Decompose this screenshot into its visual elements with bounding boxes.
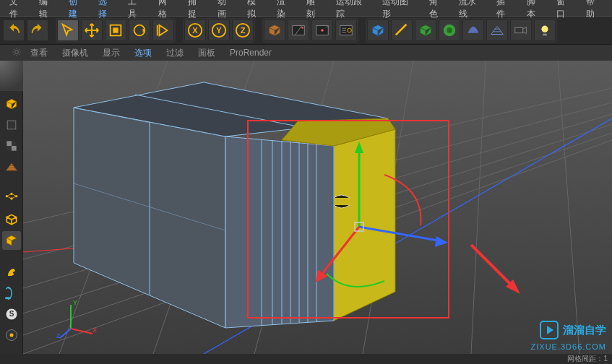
- svg-point-16: [447, 27, 452, 32]
- menu-motiontrack[interactable]: 运动跟踪: [329, 0, 376, 20]
- svg-text:S: S: [9, 310, 14, 318]
- coord-system-button[interactable]: [264, 20, 285, 41]
- menu-animate[interactable]: 动画: [211, 0, 241, 20]
- menu-sculpt[interactable]: 雕刻: [300, 0, 329, 20]
- generator-button[interactable]: [415, 20, 436, 41]
- deformer-button[interactable]: [439, 20, 460, 41]
- live-select-button[interactable]: [57, 20, 79, 41]
- svg-rect-23: [12, 146, 17, 151]
- last-tool-button[interactable]: [152, 20, 174, 41]
- menu-character[interactable]: 角色: [423, 0, 452, 20]
- svg-point-10: [301, 27, 303, 29]
- watermark-url: ZIXUE.3D66.COM: [531, 342, 606, 351]
- svg-line-71: [471, 245, 514, 288]
- undo-button[interactable]: [3, 20, 25, 41]
- svg-rect-20: [7, 121, 16, 129]
- menu-create[interactable]: 创建: [62, 0, 92, 20]
- menu-help[interactable]: 帮助: [579, 0, 609, 20]
- menu-plugins[interactable]: 插件: [490, 0, 520, 20]
- floor-button[interactable]: [486, 20, 508, 41]
- menu-simulate[interactable]: 模拟: [241, 0, 270, 20]
- menu-script[interactable]: 脚本: [520, 0, 550, 20]
- spline-pen-button[interactable]: [391, 20, 413, 41]
- status-bar: 网格间距：1: [0, 354, 612, 364]
- texture-mode-button[interactable]: [2, 136, 21, 155]
- mode-palette: S: [0, 61, 23, 354]
- tweak-mode-button[interactable]: [2, 263, 21, 282]
- svg-line-74: [71, 329, 92, 334]
- svg-text:X: X: [92, 326, 97, 334]
- rotate-tool-button[interactable]: [129, 20, 150, 41]
- render-settings-button[interactable]: [335, 20, 357, 41]
- svg-point-26: [10, 193, 12, 195]
- menu-window[interactable]: 窗口: [550, 0, 579, 20]
- svg-point-24: [5, 195, 7, 197]
- svg-point-28: [4, 297, 10, 299]
- svg-point-27: [10, 197, 12, 199]
- svg-point-19: [15, 50, 19, 53]
- menu-file[interactable]: 文件: [3, 0, 33, 20]
- svg-point-25: [15, 195, 17, 197]
- make-editable-button[interactable]: [2, 95, 21, 113]
- menu-edit[interactable]: 编辑: [33, 0, 62, 20]
- vp-cameras[interactable]: 摄像机: [55, 47, 95, 59]
- enable-axis-button[interactable]: [2, 284, 21, 303]
- watermark-brand: 溜溜自学: [563, 324, 606, 337]
- workplane-snap-button[interactable]: [2, 326, 21, 344]
- workplane-mode-button[interactable]: [2, 157, 21, 176]
- move-tool-button[interactable]: [81, 20, 103, 41]
- axis-y-button[interactable]: Y: [208, 20, 230, 41]
- svg-text:Y: Y: [216, 26, 222, 35]
- svg-point-12: [321, 29, 324, 32]
- menu-render[interactable]: 渲染: [270, 0, 300, 20]
- render-view-button[interactable]: [288, 20, 309, 41]
- status-grid-spacing: 网格间距：1: [567, 354, 608, 364]
- model-mode-button[interactable]: [2, 116, 21, 134]
- menu-bar: 文件 编辑 创建 选择 工具 网格 捕捉 动画 模拟 渲染 雕刻 运动跟踪 运动…: [0, 0, 612, 16]
- environment-button[interactable]: [462, 20, 484, 41]
- menu-snap[interactable]: 捕捉: [181, 0, 211, 20]
- menu-select[interactable]: 选择: [92, 0, 121, 20]
- vp-panel[interactable]: 面板: [191, 47, 223, 59]
- perspective-viewport[interactable]: 透视视图: [23, 61, 612, 354]
- vp-prorender[interactable]: ProRender: [223, 48, 279, 58]
- menu-mograph[interactable]: 运动图形: [376, 0, 422, 20]
- edges-mode-button[interactable]: [2, 210, 21, 229]
- svg-point-32: [9, 334, 13, 337]
- vp-filter[interactable]: 过滤: [159, 47, 191, 59]
- axis-x-button[interactable]: X: [184, 20, 206, 41]
- svg-text:X: X: [192, 26, 198, 35]
- points-mode-button[interactable]: [2, 189, 21, 208]
- svg-text:Z: Z: [241, 26, 246, 35]
- snap-enable-button[interactable]: S: [2, 305, 21, 324]
- svg-line-75: [60, 329, 71, 338]
- svg-text:Z: Z: [56, 332, 61, 339]
- light-button[interactable]: [534, 20, 556, 41]
- vp-view[interactable]: 查看: [23, 47, 55, 59]
- vp-options[interactable]: 选项: [127, 47, 159, 59]
- viewport-options-icon[interactable]: [4, 47, 19, 59]
- render-picture-button[interactable]: [311, 20, 333, 41]
- primitive-cube-button[interactable]: [367, 20, 389, 41]
- svg-rect-1: [113, 27, 118, 32]
- vp-display[interactable]: 显示: [95, 47, 127, 59]
- svg-text:Y: Y: [73, 299, 77, 306]
- polygons-mode-button[interactable]: [2, 231, 21, 250]
- main-area: S 透视视图: [0, 61, 612, 354]
- axis-z-button[interactable]: Z: [232, 20, 254, 41]
- svg-point-18: [541, 26, 548, 32]
- watermark-play-icon: [540, 321, 559, 339]
- scale-tool-button[interactable]: [105, 20, 126, 41]
- svg-rect-22: [7, 141, 12, 146]
- main-toolbar: X Y Z: [0, 16, 612, 45]
- viewport-menu-bar: 查看 摄像机 显示 选项 过滤 面板 ProRender: [0, 45, 612, 61]
- redo-button[interactable]: [27, 20, 48, 41]
- annotation-rectangle: [247, 120, 449, 318]
- menu-tools[interactable]: 工具: [121, 0, 151, 20]
- annotation-arrow-icon: [464, 238, 529, 303]
- watermark: 溜溜自学 ZIXUE.3D66.COM: [540, 321, 606, 339]
- menu-pipeline[interactable]: 流水线: [452, 0, 491, 20]
- menu-mesh[interactable]: 网格: [152, 0, 181, 20]
- camera-button[interactable]: [510, 20, 532, 41]
- axis-orientation-widget[interactable]: Y X Z: [56, 296, 100, 339]
